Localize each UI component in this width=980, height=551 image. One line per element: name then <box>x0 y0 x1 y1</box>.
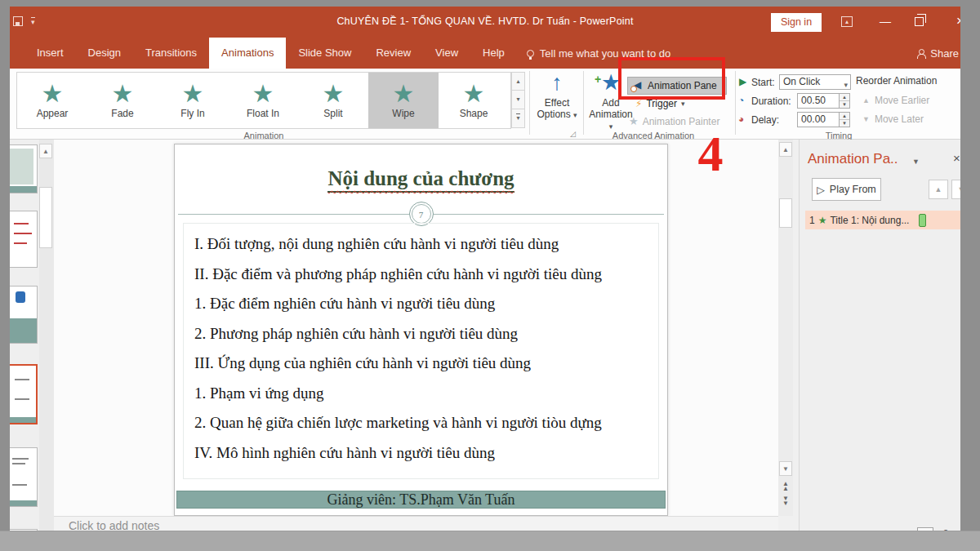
play-from-button[interactable]: ▷ Play From <box>812 178 881 201</box>
pane-close-icon[interactable]: × <box>953 151 960 165</box>
gallery-scroll-down-icon[interactable]: ▾ <box>511 91 525 109</box>
tab-slide-show[interactable]: Slide Show <box>286 38 363 69</box>
start-dropdown[interactable]: On Click ▾ <box>779 74 851 90</box>
fade-star-icon: ★ <box>112 82 134 106</box>
slide-thumbnail-selected[interactable] <box>10 364 38 424</box>
animation-order-number: 1 <box>809 215 815 226</box>
next-slide-icon[interactable]: ▼▼ <box>779 496 792 506</box>
title-bar: ▾ ChUYÊN ĐỀ 1- TỔNG QUAN VỀ. HVTD. Dr Tu… <box>10 7 960 38</box>
effect-options-button[interactable]: ↑ Effect Options ▾ <box>532 70 581 137</box>
close-button[interactable]: × <box>952 13 960 29</box>
thumbnail-scrollbar[interactable]: ▲ <box>39 140 54 531</box>
pane-move-down-button[interactable]: ▼ <box>951 180 960 199</box>
previous-slide-icon[interactable]: ▲▲ <box>779 482 792 491</box>
play-outline-icon: ▷ <box>817 184 825 196</box>
body-line: III. Ứng dụng của nghiên cứu hành vi ngư… <box>194 349 661 379</box>
painter-star-icon: ★ <box>629 115 639 127</box>
pane-dropdown-icon[interactable]: ▼ <box>912 158 920 166</box>
timeline-scale-start: 0 <box>917 527 933 531</box>
sign-in-button[interactable]: Sign in <box>771 13 822 32</box>
duration-clock-icon: ◔ <box>738 95 744 106</box>
slide-thumbnail[interactable] <box>10 447 38 507</box>
slide-footer-bar: Giảng viên: TS.Phạm Văn Tuấn <box>176 491 666 509</box>
slide-edit-area: Nội dung của chương 7 I. Đối tượng, nội … <box>54 140 778 516</box>
animation-gallery: ★ Appear ★ Fade ★ Fly In ★ Float In ★ Sp… <box>16 72 511 129</box>
appear-star-icon: ★ <box>42 82 64 106</box>
powerpoint-window: ▾ ChUYÊN ĐỀ 1- TỔNG QUAN VỀ. HVTD. Dr Tu… <box>10 7 960 531</box>
move-later-icon: ▼ <box>862 115 870 123</box>
ribbon-separator <box>529 71 530 135</box>
animation-float-in[interactable]: ★ Float In <box>228 73 298 128</box>
minimize-button[interactable]: — <box>877 15 893 28</box>
tab-review[interactable]: Review <box>363 38 423 69</box>
notes-placeholder: Click to add notes <box>69 519 159 531</box>
tab-animations[interactable]: Animations <box>209 38 286 69</box>
thumbnail-scroll-up-icon[interactable]: ▲ <box>39 144 52 158</box>
share-button[interactable]: Share <box>916 38 960 69</box>
scroll-down-icon[interactable]: ▼ <box>779 461 792 476</box>
animation-wipe[interactable]: ★ Wipe <box>368 73 439 128</box>
animation-split[interactable]: ★ Split <box>298 73 368 128</box>
thumbnail-scroll-thumb[interactable] <box>39 187 52 248</box>
move-earlier-icon: ▲ <box>862 96 870 104</box>
slide-thumbnail-panel <box>10 140 39 531</box>
duration-spinner[interactable]: ▴▾ <box>840 93 850 109</box>
move-later-button[interactable]: ▼ Move Later <box>862 113 924 125</box>
body-line: I. Đối tượng, nội dung nghiên cứu hành v… <box>194 229 661 260</box>
seconds-dropdown[interactable]: Seconds ▾ <box>832 530 877 531</box>
notes-area[interactable]: Click to add notes <box>54 516 778 531</box>
scroll-thumb[interactable] <box>779 198 792 228</box>
scroll-up-icon[interactable]: ▲ <box>779 142 792 157</box>
slide-thumbnail[interactable] <box>10 529 38 531</box>
start-label: Start: <box>751 77 775 88</box>
tab-transitions[interactable]: Transitions <box>133 38 209 69</box>
ribbon-separator <box>583 71 584 135</box>
tell-me-label: Tell me what you want to do <box>540 47 670 60</box>
slide-title-block[interactable]: Nội dung của chương <box>175 167 667 193</box>
body-line: 2. Quan hệ giữa chiến lược marketing và … <box>194 408 661 438</box>
animation-shape[interactable]: ★ Shape <box>439 73 509 128</box>
tab-help[interactable]: Help <box>470 38 517 69</box>
fly-in-star-icon: ★ <box>182 82 204 106</box>
trigger-button[interactable]: ⚡ Trigger ▾ <box>635 98 685 109</box>
animation-timeline-bar[interactable] <box>919 214 926 227</box>
animation-pane-button[interactable]: ◀ Animation Pane <box>627 77 727 95</box>
ribbon-separator <box>735 71 736 135</box>
main-area: ▲ Nội dung của chương 7 I. Đối tượng, nộ… <box>10 140 960 531</box>
ribbon-display-options-icon[interactable]: ▴ <box>841 16 853 27</box>
animation-appear[interactable]: ★ Appear <box>17 73 87 128</box>
shape-star-icon: ★ <box>463 82 485 106</box>
slide-canvas[interactable]: Nội dung của chương 7 I. Đối tượng, nội … <box>174 144 668 516</box>
ribbon: ★ Appear ★ Fade ★ Fly In ★ Float In ★ Sp… <box>10 69 960 140</box>
tell-me-box[interactable]: Tell me what you want to do <box>527 38 670 69</box>
slide-thumbnail[interactable] <box>10 286 38 344</box>
delay-spinner[interactable]: ▴▾ <box>840 112 850 127</box>
wipe-star-icon: ★ <box>393 82 415 106</box>
tab-design[interactable]: Design <box>76 38 133 69</box>
animation-fade[interactable]: ★ Fade <box>87 73 158 128</box>
restore-button[interactable] <box>915 17 924 26</box>
reorder-animation-label: Reorder Animation <box>856 75 937 87</box>
slide-thumbnail[interactable] <box>10 144 38 193</box>
animation-painter-button[interactable]: ★ Animation Painter <box>629 115 719 127</box>
gallery-scroll-up-icon[interactable]: ▴ <box>511 72 525 91</box>
animation-fly-in[interactable]: ★ Fly In <box>158 73 228 128</box>
duration-input[interactable]: 00.50 <box>797 93 840 109</box>
body-line: 1. Đặc điểm nghiên cứu hành vi người tiê… <box>194 289 661 319</box>
gallery-scroll-buttons: ▴ ▾ ▾ <box>511 72 525 129</box>
slide-scrollbar[interactable]: ▲ ▼ ▲▲ ▼▼ <box>778 140 793 516</box>
delay-label: Delay: <box>751 114 779 126</box>
screen-edge-band <box>0 531 980 551</box>
effect-options-arrow-icon: ↑ <box>532 70 581 95</box>
tab-view[interactable]: View <box>423 38 470 69</box>
gallery-more-icon[interactable]: ▾ <box>511 109 525 128</box>
body-line: II. Đặc điểm và phương pháp nghiên cứu h… <box>194 260 661 290</box>
slide-thumbnail[interactable] <box>10 211 38 268</box>
tab-insert[interactable]: Insert <box>24 38 76 69</box>
delay-input[interactable]: 00.00 <box>797 112 840 127</box>
add-animation-star-icon: +★ <box>601 70 621 95</box>
move-earlier-button[interactable]: ▲ Move Earlier <box>862 95 929 106</box>
animation-list-item[interactable]: 1 ★ Title 1: Nội dung... <box>805 211 960 229</box>
pane-move-up-button[interactable]: ▲ <box>929 180 948 199</box>
slide-body-text[interactable]: I. Đối tượng, nội dung nghiên cứu hành v… <box>194 229 661 468</box>
